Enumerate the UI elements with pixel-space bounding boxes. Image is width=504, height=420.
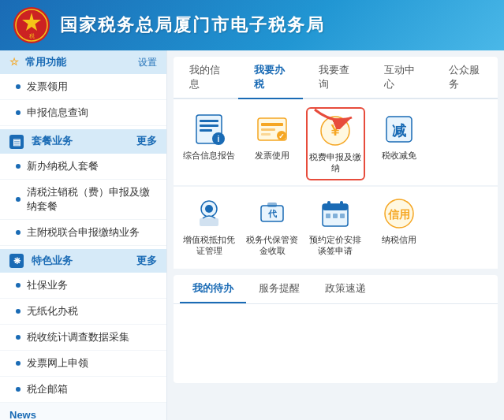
package-icon: ▤ xyxy=(9,135,24,149)
special-icon: ❋ xyxy=(9,254,24,268)
sidebar-item-label: 发票网上申领 xyxy=(27,356,88,370)
tab-my-tax[interactable]: 我要办税 xyxy=(238,57,303,99)
tab-my-query[interactable]: 我要查询 xyxy=(303,57,368,98)
grid-item-credit[interactable]: 信用 纳税信用 xyxy=(370,191,428,262)
credit-label: 纳税信用 xyxy=(382,234,416,245)
tax-pay-icon: ¥ xyxy=(318,113,353,148)
svg-text:¥: ¥ xyxy=(331,121,341,139)
custody-icon: 代 xyxy=(255,196,289,231)
svg-text:减: 减 xyxy=(392,123,407,139)
appointment-label: 预约定价安排谈签申请 xyxy=(308,234,363,257)
icon-grid-row1: i 综合信息报告 ✓ xyxy=(174,99,498,185)
grid-item-custody[interactable]: 代 税务代保管资金收取 xyxy=(243,191,301,262)
grid-item-empty2 xyxy=(433,191,491,262)
sidebar-item-label: 申报信息查询 xyxy=(27,106,88,120)
sidebar-section2-action[interactable]: 更多 xyxy=(136,134,157,148)
svg-text:代: 代 xyxy=(267,209,278,218)
svg-rect-30 xyxy=(340,201,343,207)
svg-text:i: i xyxy=(218,135,220,143)
dot-icon xyxy=(16,309,21,314)
content-area: 我的信息 我要办税 我要查询 互动中心 公众服务 xyxy=(167,50,504,420)
sidebar-item-label: 社保业务 xyxy=(27,278,68,292)
grid-item-empty1 xyxy=(433,107,491,180)
svg-rect-13 xyxy=(261,128,275,131)
logo: 税 xyxy=(13,6,50,44)
svg-text:税: 税 xyxy=(29,33,35,39)
report-label: 综合信息报告 xyxy=(183,150,235,161)
sidebar-section1-action[interactable]: 设置 xyxy=(138,56,157,69)
vat-icon xyxy=(192,196,226,231)
sidebar-section-common[interactable]: ☆ 常用功能 设置 xyxy=(0,50,166,74)
sidebar-item-label: 新办纳税人套餐 xyxy=(27,159,99,173)
bottom-tabs: 我的待办 服务提醒 政策速递 xyxy=(174,275,498,304)
sidebar-item-invoice-online[interactable]: 发票网上申领 xyxy=(0,351,166,377)
sidebar-item-main-sub-tax[interactable]: 主附税联合申报缴纳业务 xyxy=(0,220,166,246)
dot-icon xyxy=(16,335,21,340)
sidebar-item-label: 发票领用 xyxy=(27,80,68,94)
svg-rect-26 xyxy=(267,203,277,207)
grid-item-tax-reduction[interactable]: 减 税收减免 xyxy=(370,107,428,180)
icon-grid-row2: 增值税抵扣凭证管理 代 税务代保管资金收取 xyxy=(174,187,498,269)
sidebar-item-paperless[interactable]: 无纸化办税 xyxy=(0,299,166,325)
dot-icon xyxy=(16,283,21,288)
grid-item-vat[interactable]: 增值税抵扣凭证管理 xyxy=(180,191,238,262)
sidebar-section3-label: 特色业务 xyxy=(32,255,73,266)
main-layout: ☆ 常用功能 设置 发票领用 申报信息查询 ▤ 套餐业务 更多 新办纳税人套餐 xyxy=(0,50,504,420)
sidebar-section1-label: 常用功能 xyxy=(25,56,66,68)
top-tabs: 我的信息 我要办税 我要查询 互动中心 公众服务 xyxy=(174,57,498,99)
sidebar-item-new-taxpayer[interactable]: 新办纳税人套餐 xyxy=(0,154,166,180)
sidebar-item-social-security[interactable]: 社保业务 xyxy=(0,273,166,299)
svg-rect-14 xyxy=(261,133,271,136)
tab-interaction[interactable]: 互动中心 xyxy=(368,57,433,98)
grid-item-appointment[interactable]: 预约定价安排谈签申请 xyxy=(306,191,364,262)
sidebar-item-label: 无纸化办税 xyxy=(27,304,78,318)
grid-item-tax-pay[interactable]: ¥ 税费申报及缴纳 xyxy=(306,107,364,180)
sidebar-section2-label: 套餐业务 xyxy=(32,135,73,147)
svg-rect-29 xyxy=(327,201,330,207)
tax-reduction-icon: 减 xyxy=(382,112,416,147)
tab-public-service[interactable]: 公众服务 xyxy=(433,57,498,98)
grid-item-report[interactable]: i 综合信息报告 xyxy=(180,107,238,180)
dot-icon xyxy=(16,110,21,115)
svg-rect-28 xyxy=(323,204,348,210)
sidebar-section-package[interactable]: ▤ 套餐业务 更多 xyxy=(0,129,166,154)
bottom-tab-policy[interactable]: 政策速递 xyxy=(312,275,379,303)
sidebar-item-clear-cancel[interactable]: 清税注销税（费）申报及缴纳套餐 xyxy=(0,180,166,220)
custody-label: 税务代保管资金收取 xyxy=(245,234,300,257)
grid-item-invoice[interactable]: ✓ 发票使用 xyxy=(243,107,301,180)
svg-rect-7 xyxy=(200,125,218,127)
dot-icon xyxy=(16,197,21,202)
svg-text:✓: ✓ xyxy=(278,132,285,140)
svg-rect-23 xyxy=(200,218,218,226)
bottom-content xyxy=(174,304,498,383)
svg-rect-32 xyxy=(333,214,338,218)
sidebar-item-label: 清税注销税（费）申报及缴纳套餐 xyxy=(27,185,157,214)
bottom-tab-reminder[interactable]: 服务提醒 xyxy=(246,275,312,303)
svg-rect-12 xyxy=(261,123,283,126)
svg-rect-6 xyxy=(200,120,218,122)
sidebar-item-invoice-use[interactable]: 发票领用 xyxy=(0,74,166,100)
sidebar-item-label: 税收统计调查数据采集 xyxy=(27,330,129,344)
header: 税 国家税务总局厦门市电子税务局 xyxy=(0,0,504,50)
sidebar-item-label: 主附税联合申报缴纳业务 xyxy=(27,225,140,240)
sidebar-item-label: 税企邮箱 xyxy=(27,382,68,396)
tax-pay-label: 税费申报及缴纳 xyxy=(309,151,361,174)
report-icon: i xyxy=(192,112,226,147)
dot-icon xyxy=(16,164,21,169)
dot-icon xyxy=(16,84,21,89)
appointment-icon xyxy=(318,196,353,231)
sidebar-section-special[interactable]: ❋ 特色业务 更多 xyxy=(0,249,166,273)
sidebar-item-stats-collection[interactable]: 税收统计调查数据采集 xyxy=(0,325,166,351)
sidebar-item-declare-query[interactable]: 申报信息查询 xyxy=(0,100,166,126)
sidebar: ☆ 常用功能 设置 发票领用 申报信息查询 ▤ 套餐业务 更多 新办纳税人套餐 xyxy=(0,50,167,420)
dot-icon xyxy=(16,230,21,235)
sidebar-item-tax-mailbox[interactable]: 税企邮箱 xyxy=(0,377,166,403)
sidebar-section3-action[interactable]: 更多 xyxy=(136,254,157,268)
news-label: News xyxy=(9,409,157,420)
news-section: News xyxy=(0,403,166,420)
svg-point-22 xyxy=(205,205,213,213)
tab-my-info[interactable]: 我的信息 xyxy=(174,57,238,98)
dot-icon xyxy=(16,361,21,366)
bottom-tab-todo[interactable]: 我的待办 xyxy=(180,275,246,303)
svg-text:信用: 信用 xyxy=(387,208,410,221)
